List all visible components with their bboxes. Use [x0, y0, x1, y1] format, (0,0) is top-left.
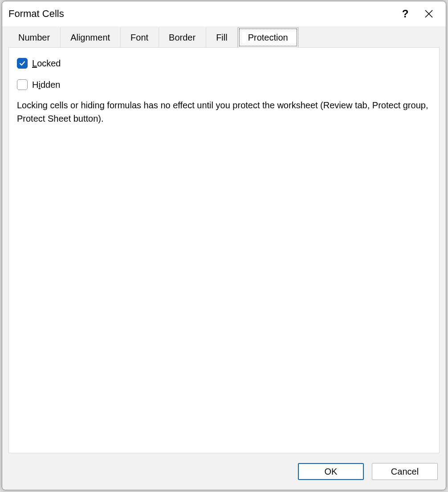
tabstrip: Number Alignment Font Border Fill Protec…	[2, 26, 446, 47]
tab-label: Border	[169, 33, 195, 43]
tab-alignment[interactable]: Alignment	[60, 27, 120, 48]
cancel-button[interactable]: Cancel	[372, 463, 438, 480]
tab-number[interactable]: Number	[8, 27, 60, 48]
tab-border[interactable]: Border	[159, 27, 206, 48]
help-button[interactable]: ?	[395, 1, 415, 26]
close-icon	[425, 10, 433, 18]
help-icon: ?	[402, 8, 409, 20]
tab-label: Font	[130, 33, 148, 43]
tab-protection[interactable]: Protection	[238, 27, 298, 48]
tab-label: Alignment	[70, 33, 110, 43]
tab-label: Number	[18, 33, 50, 43]
locked-checkbox[interactable]	[17, 58, 28, 69]
close-button[interactable]	[415, 1, 442, 26]
hidden-checkbox-row[interactable]: Hidden	[17, 77, 431, 92]
check-icon	[19, 60, 26, 67]
tab-fill[interactable]: Fill	[206, 27, 238, 48]
ok-button[interactable]: OK	[298, 463, 364, 480]
cancel-button-label: Cancel	[391, 467, 419, 477]
protection-panel: Locked Hidden Locking cells or hiding fo…	[8, 47, 440, 453]
titlebar: Format Cells ?	[2, 1, 446, 26]
locked-label: Locked	[32, 58, 61, 69]
tab-font[interactable]: Font	[120, 27, 159, 48]
hidden-checkbox[interactable]	[17, 79, 28, 90]
dialog-title: Format Cells	[8, 8, 64, 20]
ok-button-label: OK	[325, 467, 338, 477]
locked-checkbox-row[interactable]: Locked	[17, 56, 431, 71]
hidden-label: Hidden	[32, 80, 60, 90]
format-cells-dialog: Format Cells ? Number Alignment Font Bor…	[2, 1, 446, 490]
tab-label: Fill	[216, 33, 228, 43]
protection-description: Locking cells or hiding formulas has no …	[17, 98, 431, 125]
tab-label: Protection	[248, 33, 288, 43]
dialog-footer: OK Cancel	[2, 453, 446, 490]
